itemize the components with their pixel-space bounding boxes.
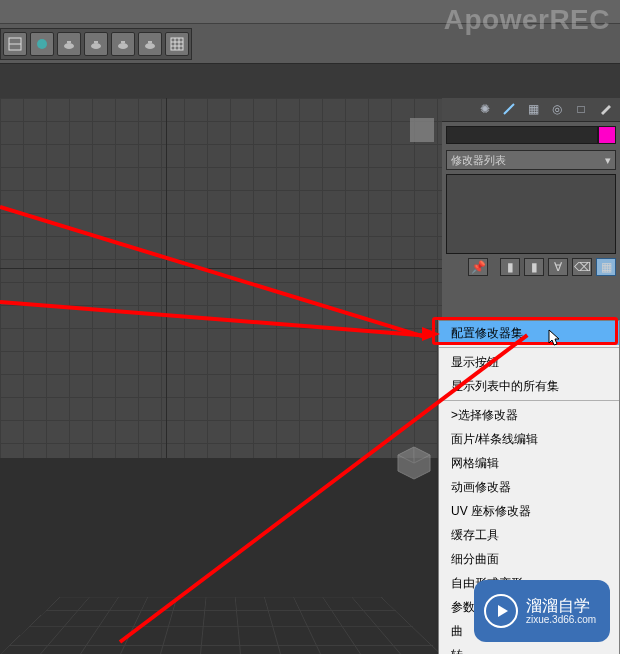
menu-separator (439, 347, 619, 348)
main-toolbar (0, 28, 192, 60)
svg-rect-6 (94, 41, 98, 43)
utilities-tab-icon[interactable] (596, 100, 614, 118)
svg-point-9 (145, 43, 155, 49)
object-name-row (442, 122, 620, 148)
badge-title: 溜溜自学 (526, 597, 596, 615)
svg-rect-4 (67, 41, 71, 43)
stack-btn-4[interactable]: ⌫ (572, 258, 592, 276)
hierarchy-tab-icon[interactable]: ▦ (524, 100, 542, 118)
menu-item-mesh-editing[interactable]: 网格编辑 (439, 451, 619, 475)
watermark-badge: 溜溜自学 zixue.3d66.com (474, 580, 610, 642)
teapot3-button[interactable] (111, 32, 135, 56)
configure-sets-button[interactable]: ▦ (596, 258, 616, 276)
stack-buttons: 📌 ▮ ▮ ∀ ⌫ ▦ (446, 258, 616, 276)
menu-item-subdivision[interactable]: 细分曲面 (439, 547, 619, 571)
badge-sub: zixue.3d66.com (526, 614, 596, 625)
viewcube-icon[interactable] (394, 443, 434, 483)
menu-item-configure-sets[interactable]: 配置修改器集 (439, 321, 619, 345)
menu-item-cache-tools[interactable]: 缓存工具 (439, 523, 619, 547)
menu-item-patch-spline[interactable]: 面片/样条线编辑 (439, 427, 619, 451)
teapot1-button[interactable] (57, 32, 81, 56)
top-bar (0, 0, 620, 64)
menu-item-selection-modifiers[interactable]: >选择修改器 (439, 403, 619, 427)
menu-item-show-all-sets[interactable]: 显示列表中的所有集 (439, 374, 619, 398)
teapot4-button[interactable] (138, 32, 162, 56)
perspective-grid (0, 597, 442, 654)
stack-btn-1[interactable]: ▮ (500, 258, 520, 276)
object-name-field[interactable] (446, 126, 598, 144)
stack-btn-2[interactable]: ▮ (524, 258, 544, 276)
teapot2-button[interactable] (84, 32, 108, 56)
play-icon (484, 594, 518, 628)
pin-stack-button[interactable]: 📌 (468, 258, 488, 276)
modifier-stack[interactable] (446, 174, 616, 254)
chevron-down-icon: ▾ (605, 154, 611, 167)
modifier-list-label: 修改器列表 (451, 153, 506, 168)
svg-point-3 (64, 43, 74, 49)
svg-point-5 (91, 43, 101, 49)
menu-item-animation-modifiers[interactable]: 动画修改器 (439, 475, 619, 499)
menu-item-uv-modifiers[interactable]: UV 座标修改器 (439, 499, 619, 523)
view-plane-icon (410, 118, 434, 142)
perspective-viewport[interactable] (0, 458, 442, 654)
motion-tab-icon[interactable]: ◎ (548, 100, 566, 118)
svg-rect-10 (148, 41, 152, 43)
axis-horizontal (0, 268, 442, 269)
panel-tabs: ✺ ▦ ◎ □ (442, 98, 620, 122)
menu-separator (439, 400, 619, 401)
viewport[interactable] (0, 98, 442, 654)
svg-point-2 (37, 39, 47, 49)
menu-item-show-buttons[interactable]: 显示按钮 (439, 350, 619, 374)
menu-item-truncated-2[interactable]: 转 (439, 643, 619, 654)
svg-rect-8 (121, 41, 125, 43)
create-tab-icon[interactable]: ✺ (476, 100, 494, 118)
svg-rect-11 (171, 38, 183, 50)
menu-strip (0, 0, 620, 24)
object-color-swatch[interactable] (598, 126, 616, 144)
modify-tab-icon[interactable] (500, 100, 518, 118)
stack-btn-3[interactable]: ∀ (548, 258, 568, 276)
grid-button[interactable] (165, 32, 189, 56)
align-button[interactable] (3, 32, 27, 56)
display-tab-icon[interactable]: □ (572, 100, 590, 118)
svg-point-7 (118, 43, 128, 49)
modifier-list-dropdown[interactable]: 修改器列表 ▾ (446, 150, 616, 170)
sphere-button[interactable] (30, 32, 54, 56)
